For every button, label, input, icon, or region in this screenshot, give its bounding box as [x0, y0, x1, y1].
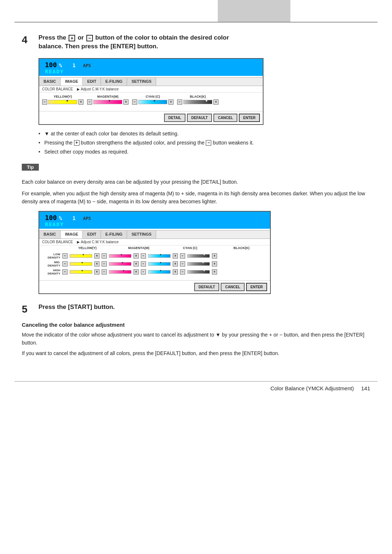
yellow-track: ▼	[48, 100, 77, 104]
magenta-plus-btn[interactable]: +	[123, 99, 128, 105]
step4-line2: button of the color to obtain the desire…	[95, 34, 229, 41]
mid-k-minus[interactable]: −	[180, 261, 185, 266]
low-m-minus[interactable]: −	[102, 253, 107, 258]
lcd2-tab-basic[interactable]: BASIC	[39, 231, 61, 239]
high-m-minus[interactable]: −	[102, 269, 107, 274]
black-minus-btn[interactable]: −	[177, 99, 182, 105]
lcd2-col-black: BLACK(K)	[216, 246, 268, 250]
lcd1-sliders-row: YELLOW(Y) − ▼ + MAGENTA(M) −	[42, 95, 260, 105]
low-m-plus[interactable]: +	[134, 253, 139, 258]
lcd1-tab-edit[interactable]: EDIT	[83, 78, 101, 86]
mid-c-minus[interactable]: −	[141, 261, 146, 266]
step5-number: 5	[22, 304, 33, 315]
black-slider-row: − ▼ +	[177, 99, 219, 105]
cyan-minus-btn[interactable]: −	[132, 99, 137, 105]
black-plus-btn[interactable]: +	[213, 99, 219, 105]
lcd-screen-2: 100 % 1 APS READY BASIC IMAGE EDIT E-FIL…	[38, 211, 271, 294]
lcd2-nav-tabs: BASIC IMAGE EDIT E-FILING SETTINGS	[39, 230, 270, 239]
low-density-row: LOW DENSITY − ▼ + − ▼ + − ▼ + − ▼	[42, 253, 267, 259]
lcd2-content: LOW DENSITY − ▼ + − ▼ + − ▼ + − ▼	[39, 250, 270, 280]
lcd2-breadcrumb: COLOR BALANCE ▶ Adjust C.M.Y.K balance	[39, 239, 270, 245]
enter-button-1[interactable]: ENTER	[239, 114, 260, 122]
bullet-3: Select other copy modes as required.	[38, 148, 370, 156]
lcd1-tab-settings[interactable]: SETTINGS	[127, 78, 156, 86]
lcd1-ready: READY	[42, 69, 260, 74]
bullet-minus-icon: −	[206, 140, 211, 146]
lcd2-col-headers: YELLOW(Y) MAGENTA(M) CYAN (C) BLACK(K)	[39, 245, 270, 250]
lcd1-page: 1	[73, 62, 75, 68]
high-c-plus[interactable]: +	[173, 269, 178, 274]
cancel-button-2[interactable]: CANCEL	[221, 283, 245, 291]
magenta-minus-btn[interactable]: −	[87, 99, 92, 105]
lcd2-bottom-btns: DEFAULT CANCEL ENTER	[39, 280, 270, 293]
cyan-slider-row: − ▼ +	[132, 99, 173, 105]
lcd2-tab-image[interactable]: IMAGE	[61, 231, 83, 239]
step4-block: 4 Press the + or − button of the color t…	[22, 33, 370, 51]
lcd1-percent: 100	[45, 61, 57, 69]
low-y-plus[interactable]: +	[94, 253, 99, 258]
high-c-minus[interactable]: −	[141, 269, 146, 274]
tip-box: Tip	[22, 164, 39, 171]
cyan-slider-group: CYAN (C) − ▼ +	[132, 95, 173, 105]
high-k-minus[interactable]: −	[180, 269, 185, 274]
black-label: BLACK(K)	[190, 95, 206, 98]
mid-m-minus[interactable]: −	[102, 261, 107, 266]
step5-block: 5 Press the [START] button.	[22, 303, 370, 315]
mid-y-minus[interactable]: −	[62, 261, 68, 266]
cancel-button-1[interactable]: CANCEL	[213, 114, 237, 122]
mid-y-plus[interactable]: +	[94, 261, 99, 266]
lcd2-tab-edit[interactable]: EDIT	[83, 231, 101, 239]
default-button-2[interactable]: DEFAULT	[194, 283, 219, 291]
high-k-plus[interactable]: +	[212, 269, 217, 274]
yellow-slider-group: YELLOW(Y) − ▼ +	[42, 95, 83, 105]
step4-number: 4	[22, 34, 33, 51]
high-density-row: HIGH DENSITY − ▼ + − ▼ + − ▼ + − ▼	[42, 269, 267, 275]
mid-c-plus[interactable]: +	[173, 261, 178, 266]
magenta-track: ▼	[93, 100, 122, 104]
magenta-slider-row: − ▼ +	[87, 99, 128, 105]
low-k-plus[interactable]: +	[212, 253, 217, 258]
lcd2-aps: APS	[83, 216, 91, 221]
lcd-screen-1: 100 % 1 APS READY BASIC IMAGE EDIT E-FIL…	[38, 58, 264, 125]
tip-para-1: Each color balance on every density area…	[22, 178, 370, 186]
default-button-1[interactable]: DEFAULT	[187, 114, 212, 122]
footer-page: 141	[361, 385, 370, 391]
lcd1-tab-efiling[interactable]: E-FILING	[101, 78, 127, 86]
high-y-plus[interactable]: +	[94, 269, 99, 274]
low-c-plus[interactable]: +	[173, 253, 178, 258]
cyan-plus-btn[interactable]: +	[168, 99, 173, 105]
high-m-plus[interactable]: +	[134, 269, 139, 274]
mid-k-plus[interactable]: +	[212, 261, 217, 266]
lcd2-tab-settings[interactable]: SETTINGS	[127, 231, 156, 239]
yellow-label: YELLOW(Y)	[54, 95, 72, 98]
low-y-minus[interactable]: −	[62, 253, 68, 258]
footer-text: Color Balance (YMCK Adjustment)	[270, 385, 354, 391]
low-c-minus[interactable]: −	[141, 253, 146, 258]
lcd2-col-magenta: MAGENTA(M)	[113, 246, 165, 250]
cyan-track: ▼	[138, 100, 167, 104]
yellow-slider-row: − ▼ +	[42, 99, 83, 105]
mid-density-row: MID. DENSITY − ▼ + − ▼ + − ▼ + − ▼	[42, 261, 267, 267]
high-density-label: HIGH DENSITY	[42, 269, 60, 275]
detail-button[interactable]: DETAIL	[164, 114, 185, 122]
bullet-plus-icon: +	[74, 140, 79, 146]
magenta-slider-group: MAGENTA(M) − ▼ +	[87, 95, 128, 105]
main-content: 4 Press the + or − button of the color t…	[0, 23, 392, 381]
lcd2-breadcrumb-sub: ▶ Adjust C.M.Y.K balance	[77, 240, 119, 244]
low-k-minus[interactable]: −	[180, 253, 185, 258]
lcd1-tab-image[interactable]: IMAGE	[61, 78, 83, 86]
low-density-label: LOW DENSITY	[42, 253, 60, 259]
enter-button-2[interactable]: ENTER	[246, 283, 267, 291]
tip-para-2: For example, when you adjust the high de…	[22, 190, 370, 206]
lcd2-col-yellow: YELLOW(Y)	[62, 246, 113, 250]
lcd2-tab-efiling[interactable]: E-FILING	[101, 231, 127, 239]
high-y-minus[interactable]: −	[62, 269, 68, 274]
yellow-plus-btn[interactable]: +	[78, 99, 83, 105]
lcd1-tab-basic[interactable]: BASIC	[39, 78, 61, 86]
lcd2-breadcrumb-text: COLOR BALANCE	[42, 240, 73, 244]
step4-text: Press the + or − button of the color to …	[38, 33, 229, 51]
mid-m-plus[interactable]: +	[134, 261, 139, 266]
black-slider-group: BLACK(K) − ▼ +	[177, 95, 219, 105]
bullet-2: Pressing the + button strengthens the ad…	[38, 139, 370, 147]
yellow-minus-btn[interactable]: −	[42, 99, 47, 105]
